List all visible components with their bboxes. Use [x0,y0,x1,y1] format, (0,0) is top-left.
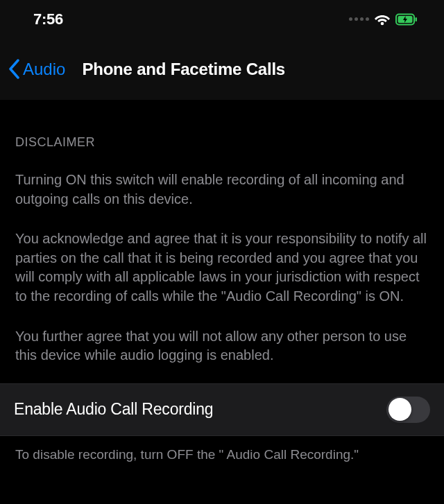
disclaimer-para-3: You further agree that you will not allo… [15,327,429,365]
wifi-icon [375,13,390,26]
enable-recording-label: Enable Audio Call Recording [14,400,213,419]
nav-bar: Audio Phone and Facetime Calls [0,38,444,101]
page-title: Phone and Facetime Calls [82,60,285,79]
disclaimer-para-2: You acknowledge and agree that it is you… [15,229,429,306]
battery-charging-icon [395,13,418,26]
back-label: Audio [23,60,65,79]
enable-recording-toggle[interactable] [386,397,430,423]
status-bar: 7:56 [0,0,444,38]
disclaimer-header: DISCLAIMER [15,135,429,150]
svg-rect-3 [416,17,418,21]
footer-text: To disable recording, turn OFF the " Aud… [0,436,444,474]
enable-recording-row: Enable Audio Call Recording [0,383,444,436]
chevron-left-icon [8,59,20,79]
cellular-icon [349,17,369,21]
status-indicators [349,13,418,26]
disclaimer-section: DISCLAIMER Turning ON this switch will e… [0,101,444,383]
back-button[interactable]: Audio [8,59,65,79]
content: DISCLAIMER Turning ON this switch will e… [0,101,444,473]
status-time: 7:56 [33,10,63,28]
disclaimer-para-1: Turning ON this switch will enable recor… [15,171,429,209]
svg-point-0 [381,21,384,25]
toggle-knob [388,398,411,421]
